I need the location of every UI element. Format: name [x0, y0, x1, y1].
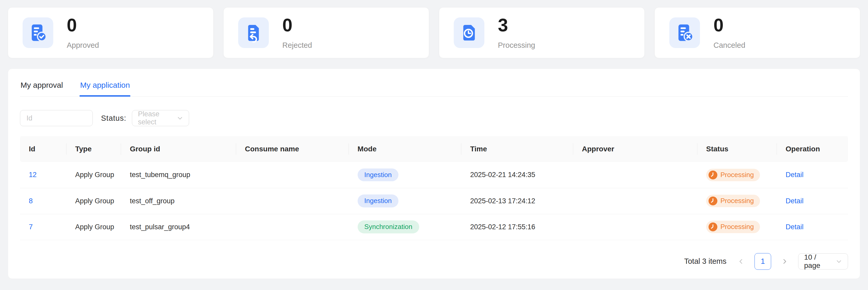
- mode-badge: Ingestion: [358, 168, 399, 181]
- stat-card-rejected: 0 Rejected: [223, 7, 429, 58]
- chevron-left-icon: [738, 258, 744, 265]
- status-badge-label: Processing: [720, 223, 754, 231]
- approval-panel: My approval My application Status: Pleas…: [8, 68, 860, 279]
- next-page-button[interactable]: [779, 253, 790, 270]
- table-row: 8 Apply Group test_off_group Ingestion 2…: [20, 188, 848, 214]
- tab-my-approval[interactable]: My approval: [20, 76, 63, 96]
- row-time: 2025-02-12 17:55:16: [461, 214, 573, 240]
- row-approver: [573, 162, 698, 188]
- row-approver: [573, 214, 698, 240]
- rejected-count: 0: [282, 16, 312, 34]
- table-header-row: Id Type Group id Consume name Mode Time …: [20, 136, 848, 162]
- page-1-button[interactable]: 1: [754, 253, 771, 270]
- status-filter-select[interactable]: Please select: [132, 110, 189, 126]
- page-size-value: 10 / page: [804, 253, 832, 270]
- row-group-id: test_off_group: [121, 188, 236, 214]
- col-header-status: Status: [698, 136, 777, 162]
- row-type: Apply Group: [66, 188, 121, 214]
- rejected-label: Rejected: [282, 41, 312, 50]
- col-header-mode: Mode: [349, 136, 462, 162]
- approved-count: 0: [67, 16, 99, 34]
- pagination-total: Total 3 items: [684, 257, 726, 266]
- approved-label: Approved: [67, 41, 99, 50]
- processing-label: Processing: [498, 41, 535, 50]
- clock-icon: [709, 170, 717, 180]
- row-approver: [573, 188, 698, 214]
- clock-icon: [709, 197, 717, 205]
- status-select-value: Please select: [138, 110, 173, 126]
- row-id-link[interactable]: 12: [29, 171, 37, 179]
- tab-my-application[interactable]: My application: [80, 76, 130, 96]
- document-cancel-icon: [669, 18, 700, 48]
- row-group-id: test_pulsar_group4: [121, 214, 236, 240]
- status-filter-label: Status:: [101, 114, 126, 123]
- detail-link[interactable]: Detail: [786, 171, 804, 179]
- page-size-select[interactable]: 10 / page: [798, 253, 848, 269]
- mode-badge: Synchronization: [358, 220, 419, 233]
- row-id-link[interactable]: 8: [29, 197, 33, 205]
- canceled-count: 0: [713, 16, 745, 34]
- col-header-group-id: Group id: [121, 136, 236, 162]
- mode-badge: Ingestion: [358, 194, 399, 207]
- id-filter-input[interactable]: [20, 110, 93, 126]
- document-clock-icon: [454, 18, 485, 48]
- pagination: Total 3 items 1 10 / page: [20, 253, 848, 270]
- status-badge-label: Processing: [720, 170, 754, 180]
- row-type: Apply Group: [66, 162, 121, 188]
- col-header-type: Type: [66, 136, 121, 162]
- stat-card-processing: 3 Processing: [439, 7, 645, 58]
- col-header-approver: Approver: [573, 136, 698, 162]
- row-type: Apply Group: [66, 214, 121, 240]
- row-consume-name: [236, 188, 349, 214]
- status-badge: Processing: [706, 221, 760, 233]
- row-consume-name: [236, 162, 349, 188]
- canceled-label: Canceled: [713, 41, 745, 50]
- processing-count: 3: [498, 16, 535, 34]
- status-badge: Processing: [706, 195, 760, 207]
- chevron-down-icon: [177, 115, 183, 121]
- row-id-link[interactable]: 7: [29, 223, 33, 231]
- filter-bar: Status: Please select: [20, 110, 848, 126]
- stat-card-canceled: 0 Canceled: [654, 7, 860, 58]
- prev-page-button[interactable]: [736, 253, 746, 270]
- table-row: 12 Apply Group test_tubemq_group Ingesti…: [20, 162, 848, 188]
- stats-row: 0 Approved 0 Rejected: [8, 7, 860, 58]
- tab-bar: My approval My application: [20, 76, 848, 97]
- row-consume-name: [236, 214, 349, 240]
- row-group-id: test_tubemq_group: [121, 162, 236, 188]
- col-header-operation: Operation: [777, 136, 848, 162]
- row-time: 2025-02-13 17:24:12: [461, 188, 573, 214]
- chevron-down-icon: [836, 258, 842, 264]
- detail-link[interactable]: Detail: [786, 223, 804, 231]
- document-return-icon: [238, 18, 269, 48]
- applications-table: Id Type Group id Consume name Mode Time …: [20, 136, 848, 240]
- clock-icon: [709, 223, 717, 231]
- col-header-consume-name: Consume name: [236, 136, 349, 162]
- document-check-icon: [23, 18, 53, 48]
- col-header-id: Id: [20, 136, 66, 162]
- table-row: 7 Apply Group test_pulsar_group4 Synchro…: [20, 214, 848, 240]
- approval-page: 0 Approved 0 Rejected: [0, 0, 868, 279]
- status-badge-label: Processing: [720, 197, 754, 205]
- chevron-right-icon: [781, 258, 788, 265]
- row-time: 2025-02-21 14:24:35: [461, 162, 573, 188]
- detail-link[interactable]: Detail: [786, 197, 804, 205]
- stat-card-approved: 0 Approved: [8, 7, 214, 58]
- status-badge: Processing: [706, 169, 760, 181]
- col-header-time: Time: [461, 136, 573, 162]
